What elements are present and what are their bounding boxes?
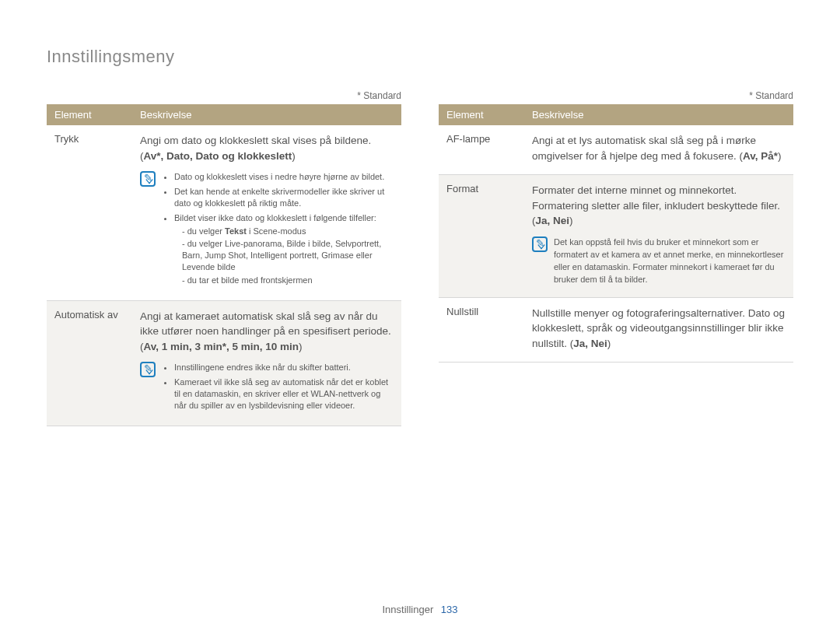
cell-description: Angi at kameraet automatisk skal slå seg… [132,300,401,426]
table-row: AF-lampe Angi at et lys automatisk skal … [439,125,793,175]
desc-close: ) [778,150,782,162]
footer-page-number: 133 [441,604,458,615]
note-block: Dato og klokkeslett vises i nedre høyre … [140,171,395,289]
cell-description: Formater det interne minnet og minnekort… [524,175,793,297]
note-bullet: Innstillingene endres ikke når du skifte… [174,362,395,373]
table-row: Nullstill Nullstille menyer og fotografe… [439,297,793,363]
note-bullet: Bildet viser ikke dato og klokkeslett i … [174,212,395,286]
desc-options: Av*, Dato, Dato og klokkeslett [144,150,292,162]
right-column: * Standard Element Beskrivelse AF-lampe … [439,90,793,426]
desc-options: Av, På* [743,150,778,162]
note-icon [532,236,548,252]
desc-options: Ja, Nei [573,338,607,349]
settings-table-left: Element Beskrivelse Trykk Angi om dato o… [47,104,401,426]
table-row: Trykk Angi om dato og klokkeslett skal v… [47,125,401,300]
col-header-description: Beskrivelse [524,104,793,125]
cell-element: Automatisk av [47,300,132,426]
desc-intro: Nullstille menyer og fotograferingsalter… [532,307,785,349]
cell-element: Format [439,175,524,297]
cell-element: Trykk [47,125,132,300]
footer-label: Innstillinger [382,604,433,615]
cell-description: Nullstille menyer og fotograferingsalter… [524,297,793,363]
cell-description: Angi at et lys automatisk skal slå seg p… [524,125,793,175]
col-header-element: Element [439,104,524,125]
note-dash: du velger Live-panorama, Bilde i bilde, … [182,238,395,273]
content-columns: * Standard Element Beskrivelse Trykk Ang… [47,90,793,426]
desc-close: ) [299,341,303,352]
note-block: Det kan oppstå feil hvis du bruker et mi… [532,236,787,286]
note-bullet: Det kan hende at enkelte skrivermodeller… [174,186,395,209]
note-icon [140,362,156,377]
settings-table-right: Element Beskrivelse AF-lampe Angi at et … [439,104,793,363]
note-bullet: Dato og klokkeslett vises i nedre høyre … [174,171,395,183]
desc-close: ) [607,338,611,349]
cell-element: Nullstill [439,297,524,363]
note-icon [140,171,156,187]
col-header-element: Element [47,104,132,125]
desc-options: Ja, Nei [536,215,570,226]
note-dash: du velger Tekst i Scene-modus [182,226,395,237]
note-text: Det kan oppstå feil hvis du bruker et mi… [554,236,787,286]
desc-options: Av, 1 min, 3 min*, 5 min, 10 min [144,341,299,352]
desc-intro: Angi at et lys automatisk skal slå seg p… [532,135,756,162]
standard-note-right: * Standard [439,90,793,101]
note-bullet: Kameraet vil ikke slå seg av automatisk … [174,377,395,412]
note-block: Innstillingene endres ikke når du skifte… [140,362,395,414]
table-row: Automatisk av Angi at kameraet automatis… [47,300,401,426]
table-row: Format Formater det interne minnet og mi… [439,175,793,297]
note-dash: du tar et bilde med frontskjermen [182,275,395,286]
desc-close: ) [292,150,296,162]
page-footer: Innstillinger 133 [0,604,840,615]
col-header-description: Beskrivelse [132,104,401,125]
cell-element: AF-lampe [439,125,524,175]
left-column: * Standard Element Beskrivelse Trykk Ang… [47,90,401,426]
cell-description: Angi om dato og klokkeslett skal vises p… [132,125,401,300]
desc-close: ) [569,215,573,226]
standard-note-left: * Standard [47,90,401,101]
page-title: Innstillingsmeny [47,47,793,67]
